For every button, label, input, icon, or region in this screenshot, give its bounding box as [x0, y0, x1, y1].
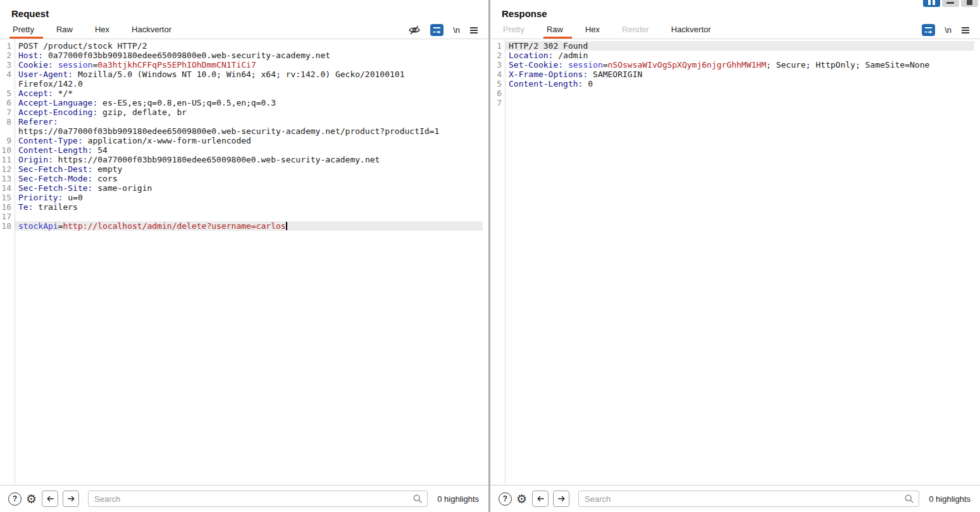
code-line[interactable]: Sec-Fetch-Mode: cors	[15, 174, 483, 183]
code-line[interactable]: Referer:	[15, 117, 483, 126]
response-tabbar: PrettyRawHexRenderHackvertor \n	[490, 22, 980, 39]
response-tabs: PrettyRawHexRenderHackvertor	[502, 22, 732, 39]
code-line[interactable]: X-Frame-Options: SAMEORIGIN	[505, 70, 974, 79]
code-line[interactable]: Content-Length: 54	[15, 145, 483, 155]
code-row: Firefox/142.0	[0, 79, 483, 88]
code-line[interactable]	[15, 212, 483, 221]
tab-pretty[interactable]: Pretty	[11, 25, 35, 39]
search-input[interactable]	[88, 491, 428, 507]
code-line[interactable]: Cookie: session=0a3htjkhCFFqPs5EPhIOhDmm…	[15, 60, 483, 70]
gear-icon[interactable]: ⚙	[516, 493, 527, 505]
code-segment: https://0a77000f03bb909180edee65009800e0…	[18, 126, 439, 136]
code-line[interactable]: Host: 0a77000f03bb909180edee65009800e0.w…	[15, 51, 483, 60]
code-row: 5Accept: */*	[0, 88, 483, 98]
line-number: 4	[0, 70, 15, 79]
burp-repeater-window: Request PrettyRawHexHackvertor \n 1POST …	[0, 0, 980, 512]
code-row: 12Sec-Fetch-Dest: empty	[0, 164, 483, 174]
tab-raw[interactable]: Raw	[545, 25, 564, 39]
line-number: 6	[0, 98, 15, 107]
menu-icon[interactable]	[469, 26, 478, 35]
search-icon	[412, 494, 423, 504]
code-line[interactable]: Accept-Encoding: gzip, deflate, br	[15, 107, 483, 117]
maximize-button[interactable]	[961, 0, 978, 7]
menu-icon[interactable]	[961, 26, 970, 35]
line-number: 12	[0, 164, 15, 174]
code-line[interactable]: Origin: https://0a77000f03bb909180edee65…	[15, 155, 483, 164]
previous-match-button[interactable]	[42, 491, 58, 507]
next-match-button[interactable]	[63, 491, 79, 507]
request-tabs: PrettyRawHexHackvertor	[11, 22, 192, 39]
code-segment: session	[58, 60, 93, 70]
help-icon[interactable]: ?	[8, 492, 22, 506]
code-segment: Priority:	[18, 193, 63, 202]
code-row: 17	[0, 212, 483, 221]
code-segment: Mozilla/5.0 (Windows NT 10.0; Win64; x64…	[73, 70, 404, 79]
code-segment: Accept-Encoding:	[18, 107, 97, 117]
code-segment: Location:	[509, 51, 553, 60]
code-line[interactable]: Firefox/142.0	[15, 79, 483, 88]
code-line[interactable]	[505, 98, 974, 107]
eye-slash-icon[interactable]	[408, 25, 421, 35]
line-number: 3	[0, 60, 15, 70]
code-line[interactable]: https://0a77000f03bb909180edee65009800e0…	[15, 126, 483, 136]
tab-hex[interactable]: Hex	[584, 25, 601, 39]
code-segment: SAMEORIGIN	[588, 70, 642, 79]
code-line[interactable]	[505, 88, 974, 98]
code-line[interactable]: Set-Cookie: session=nSOswsaWIvOgSpXQymj6…	[505, 60, 974, 70]
code-line[interactable]: stockApi=http://localhost/admin/delete?u…	[15, 221, 483, 231]
code-segment: User-Agent:	[18, 70, 73, 79]
tab-raw[interactable]: Raw	[55, 25, 74, 39]
code-row: 15Priority: u=0	[0, 193, 483, 202]
line-number: 13	[0, 174, 15, 183]
search-icon	[904, 494, 914, 504]
code-line[interactable]: HTTP/2 302 Found	[505, 41, 974, 51]
gear-icon[interactable]: ⚙	[26, 493, 37, 505]
code-segment: https://0a77000f03bb909180edee65009800e0…	[53, 155, 380, 164]
code-line[interactable]: POST /product/stock HTTP/2	[15, 41, 483, 51]
response-editor[interactable]: 1HTTP/2 302 Found2Location: /admin3Set-C…	[490, 39, 980, 485]
code-row: https://0a77000f03bb909180edee65009800e0…	[0, 126, 483, 136]
code-line[interactable]: Priority: u=0	[15, 193, 483, 202]
word-wrap-icon[interactable]	[430, 24, 443, 36]
code-row: 4X-Frame-Options: SAMEORIGIN	[490, 70, 974, 79]
code-line[interactable]: Te: trailers	[15, 202, 483, 212]
code-segment: trailers	[33, 202, 77, 212]
line-number	[0, 79, 15, 88]
code-segment: 0	[583, 79, 593, 88]
code-row: 13Sec-Fetch-Mode: cors	[0, 174, 483, 183]
request-editor[interactable]: 1POST /product/stock HTTP/22Host: 0a7700…	[0, 39, 488, 485]
code-line[interactable]: User-Agent: Mozilla/5.0 (Windows NT 10.0…	[15, 70, 483, 79]
code-segment: =	[603, 60, 608, 70]
newline-icon[interactable]: \n	[945, 25, 952, 35]
code-row: 4User-Agent: Mozilla/5.0 (Windows NT 10.…	[0, 70, 483, 79]
code-segment: 0a3htjkhCFFqPs5EPhIOhDmmCN1TiCi7	[97, 60, 256, 70]
code-line[interactable]: Accept: */*	[15, 88, 483, 98]
line-number: 11	[0, 155, 15, 164]
code-line[interactable]: Content-Length: 0	[505, 79, 974, 88]
newline-icon[interactable]: \n	[453, 25, 460, 35]
tab-hackvertor[interactable]: Hackvertor	[670, 25, 712, 39]
code-segment	[563, 60, 568, 70]
help-icon[interactable]: ?	[499, 492, 512, 506]
tab-hackvertor[interactable]: Hackvertor	[130, 25, 173, 39]
search-input[interactable]	[578, 491, 919, 507]
next-match-button[interactable]	[553, 491, 569, 507]
response-search-bar: ? ⚙ 0 highlights	[490, 485, 980, 512]
tab-hex[interactable]: Hex	[94, 25, 111, 39]
code-line[interactable]: Content-Type: application/x-www-form-url…	[15, 136, 483, 145]
code-segment: POST /product/stock HTTP/2	[18, 41, 147, 51]
tab-pretty: Pretty	[502, 25, 526, 39]
request-search-wrap	[88, 491, 428, 507]
code-segment: session	[568, 60, 603, 70]
minimize-button[interactable]	[942, 0, 959, 7]
previous-match-button[interactable]	[532, 491, 549, 507]
maximize-icon	[967, 0, 972, 5]
line-number: 16	[0, 202, 15, 212]
code-line[interactable]: Sec-Fetch-Dest: empty	[15, 164, 483, 174]
code-line[interactable]: Accept-Language: es-ES,es;q=0.8,en-US;q=…	[15, 98, 483, 107]
code-line[interactable]: Location: /admin	[505, 51, 974, 60]
word-wrap-icon[interactable]	[922, 24, 935, 36]
code-segment: cors	[92, 174, 117, 183]
code-line[interactable]: Sec-Fetch-Site: same-origin	[15, 183, 483, 193]
pause-button[interactable]	[923, 0, 940, 7]
